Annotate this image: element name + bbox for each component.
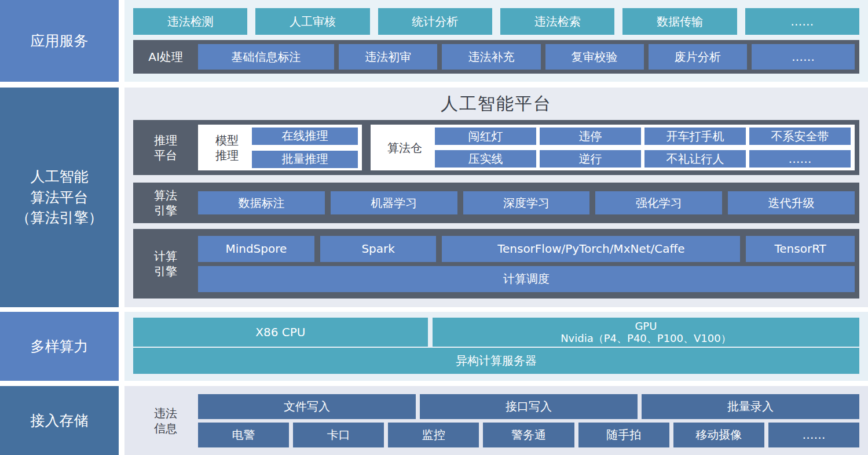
node-not-yielding-pedestrians: 不礼让行人 xyxy=(644,150,746,168)
model-inference-nodes: 在线推理 批量推理 xyxy=(252,128,358,168)
compute-engine-label: 计算 引擎 xyxy=(133,249,198,279)
node-reinforcement-learning: 强化学习 xyxy=(595,191,722,214)
sidebar-label-line: （算法引擎） xyxy=(16,208,103,228)
node-nvidia-gpu: GPU Nvidia（P4、P40、P100、V100） xyxy=(433,318,859,347)
ai-processing-bar: AI处理 基础信息标注 违法初审 违法补充 复审校验 废片分析 …… xyxy=(133,40,859,74)
algorithm-store-box: 算法仓 闯红灯 违停 开车打手机 不系安全带 压实线 逆行 不礼让行人 …… xyxy=(371,125,855,170)
node-data-transfer: 数据传输 xyxy=(622,8,737,35)
algorithm-store-row: 闯红灯 违停 开车打手机 不系安全带 xyxy=(435,128,851,145)
computing-hardware-row: X86 CPU GPU Nvidia（P4、P40、P100、V100） xyxy=(133,318,859,347)
node-machine-learning: 机器学习 xyxy=(331,191,457,214)
compute-engine-row: MindSpore Spark TensorFlow/PyTorch/MxNet… xyxy=(198,236,855,262)
node-statistical-analysis: 统计分析 xyxy=(378,8,492,35)
panel-ai-platform: 人工智能平台 推理 平台 模型 推理 在线推理 批量推理 算法仓 xyxy=(124,88,868,307)
panel-app-services: 违法检测 人工审核 统计分析 违法检索 数据传输 …… AI处理 基础信息标注 … xyxy=(124,0,868,82)
compute-engine-bar: 计算 引擎 MindSpore Spark TensorFlow/PyTorch… xyxy=(133,229,859,299)
node-ellipsis: …… xyxy=(749,150,851,168)
algorithm-engine-nodes: 数据标注 机器学习 深度学习 强化学习 迭代升级 xyxy=(198,191,855,214)
node-deep-learning: 深度学习 xyxy=(463,191,590,214)
node-online-inference: 在线推理 xyxy=(252,128,358,145)
node-illegal-initial-review: 违法初审 xyxy=(339,44,437,70)
node-batch-inference: 批量推理 xyxy=(252,151,358,168)
compute-engine-nodes: MindSpore Spark TensorFlow/PyTorch/MxNet… xyxy=(198,236,855,292)
node-police-terminal: 警务通 xyxy=(483,423,574,447)
sidebar-section-ai-algorithm-platform: 人工智能 算法平台 （算法引擎） xyxy=(0,88,119,307)
panel-diverse-computing: X86 CPU GPU Nvidia（P4、P40、P100、V100） 异构计… xyxy=(124,312,868,381)
algorithm-engine-bar: 算法 引擎 数据标注 机器学习 深度学习 强化学习 迭代升级 xyxy=(133,183,859,223)
inference-platform-bar: 推理 平台 模型 推理 在线推理 批量推理 算法仓 闯红灯 违停 xyxy=(133,120,859,175)
node-basic-info-annotation: 基础信息标注 xyxy=(198,44,334,70)
node-solid-line-violation: 压实线 xyxy=(435,150,536,168)
node-red-light-running: 闯红灯 xyxy=(435,128,536,145)
node-illegal-parking: 违停 xyxy=(540,128,641,145)
node-phone-while-driving: 开车打手机 xyxy=(644,128,746,145)
gpu-line1: GPU xyxy=(635,320,657,332)
app-services-row: 违法检测 人工审核 统计分析 违法检索 数据传输 …… xyxy=(133,8,859,35)
ai-processing-label: AI处理 xyxy=(133,49,198,64)
node-manual-review: 人工审核 xyxy=(255,8,369,35)
ai-platform-title: 人工智能平台 xyxy=(133,88,859,120)
node-batch-entry: 批量录入 xyxy=(642,394,859,419)
storage-nodes: 文件写入 接口写入 批量录入 电警 卡口 监控 警务通 随手拍 移动摄像 …… xyxy=(198,394,859,447)
node-wrong-way-driving: 逆行 xyxy=(540,150,641,168)
sidebar-section-access-storage: 接入存储 xyxy=(0,386,119,455)
panel-access-storage: 违法 信息 文件写入 接口写入 批量录入 电警 卡口 监控 警务通 随手拍 移动… xyxy=(124,386,868,455)
sidebar-section-diverse-computing: 多样算力 xyxy=(0,312,119,381)
storage-source-row: 电警 卡口 监控 警务通 随手拍 移动摄像 …… xyxy=(198,423,859,447)
node-spark: Spark xyxy=(320,236,437,262)
model-inference-box: 模型 推理 在线推理 批量推理 xyxy=(198,125,362,170)
sidebar-section-app-services: 应用服务 xyxy=(0,0,119,82)
node-ellipsis: …… xyxy=(768,423,859,447)
ai-processing-nodes: 基础信息标注 违法初审 违法补充 复审校验 废片分析 …… xyxy=(198,44,855,70)
node-file-write: 文件写入 xyxy=(198,394,416,419)
sidebar-label-line: 人工智能 xyxy=(31,166,89,187)
inference-platform-label: 推理 平台 xyxy=(133,133,198,163)
node-waste-image-analysis: 废片分析 xyxy=(649,44,747,70)
node-mindspore: MindSpore xyxy=(198,236,314,262)
node-compute-scheduling: 计算调度 xyxy=(198,266,855,292)
node-tensorrt: TensorRT xyxy=(746,236,855,262)
node-ellipsis: …… xyxy=(745,8,859,35)
algorithm-store-row: 压实线 逆行 不礼让行人 …… xyxy=(435,150,851,168)
illegal-info-label: 违法 信息 xyxy=(133,406,198,436)
storage-write-row: 文件写入 接口写入 批量录入 xyxy=(198,394,859,419)
algorithm-engine-label: 算法 引擎 xyxy=(133,188,198,218)
node-checkpoint: 卡口 xyxy=(293,423,384,447)
node-iterative-upgrade: 迭代升级 xyxy=(728,191,855,214)
node-mobile-camera: 移动摄像 xyxy=(673,423,764,447)
architecture-diagram: 应用服务 人工智能 算法平台 （算法引擎） 多样算力 接入存储 违法检测 人工审… xyxy=(0,0,868,455)
model-inference-label: 模型 推理 xyxy=(202,133,252,163)
node-handheld-snapshot: 随手拍 xyxy=(578,423,669,447)
gpu-line2: Nvidia（P4、P40、P100、V100） xyxy=(561,332,731,344)
node-tensorflow-pytorch-mxnet-caffe: TensorFlow/PyTorch/MxNet/Caffe xyxy=(442,236,740,262)
node-ellipsis: …… xyxy=(752,44,855,70)
algorithm-store-grid: 闯红灯 违停 开车打手机 不系安全带 压实线 逆行 不礼让行人 …… xyxy=(435,128,851,168)
node-no-seatbelt: 不系安全带 xyxy=(749,128,851,145)
node-electronic-police: 电警 xyxy=(198,423,289,447)
node-illegal-detection: 违法检测 xyxy=(133,8,247,35)
node-heterogeneous-compute-server: 异构计算服务器 xyxy=(133,348,859,374)
node-recheck-verification: 复审校验 xyxy=(545,44,644,70)
node-surveillance: 监控 xyxy=(388,423,479,447)
node-x86-cpu: X86 CPU xyxy=(133,318,428,347)
sidebar-label: 多样算力 xyxy=(31,336,89,357)
sidebar-label-line: 算法平台 xyxy=(31,187,89,208)
sidebar-label: 接入存储 xyxy=(31,410,89,431)
node-interface-write: 接口写入 xyxy=(420,394,638,419)
sidebar-label: 应用服务 xyxy=(31,31,89,52)
node-illegal-search: 违法检索 xyxy=(500,8,614,35)
node-illegal-supplement: 违法补充 xyxy=(442,44,540,70)
node-data-annotation: 数据标注 xyxy=(198,191,325,214)
algorithm-store-label: 算法仓 xyxy=(375,140,435,155)
